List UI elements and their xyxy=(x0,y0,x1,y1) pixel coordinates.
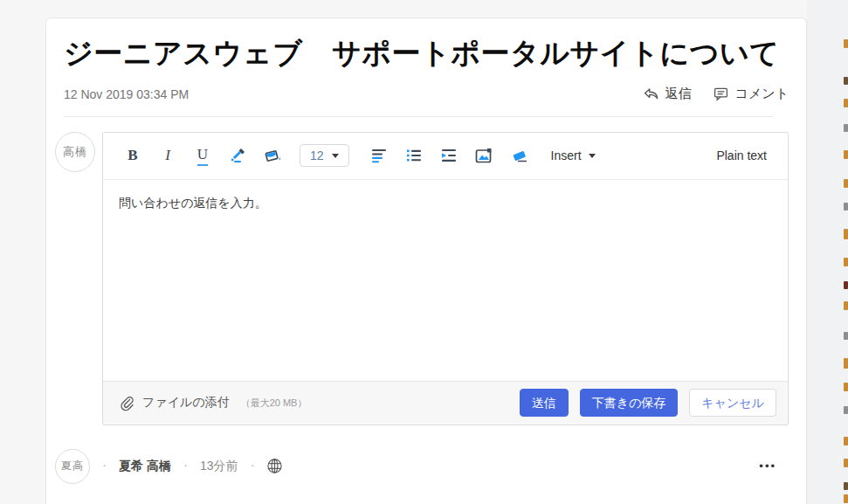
avatar: 高橋 xyxy=(55,132,95,172)
underline-button[interactable]: U xyxy=(194,142,211,169)
highlight-color-button[interactable] xyxy=(264,142,282,169)
reply-label: 返信 xyxy=(665,86,692,102)
right-sidebar-clipped xyxy=(807,0,848,504)
attach-file-button[interactable]: ファイルの添付 （最大20 MB） xyxy=(119,395,307,411)
page-title: ジーニアスウェブ サポートポータルサイトについて xyxy=(64,34,789,72)
cancel-button[interactable]: キャンセル xyxy=(689,389,776,417)
insert-image-button[interactable] xyxy=(475,142,493,169)
send-button[interactable]: 送信 xyxy=(520,389,569,417)
paperclip-icon xyxy=(119,395,134,411)
outdent-button[interactable] xyxy=(440,142,458,169)
reply-button[interactable]: 返信 xyxy=(643,86,692,102)
image-icon xyxy=(475,148,493,164)
divider xyxy=(64,116,773,117)
separator-dot: ・ xyxy=(100,459,109,473)
separator-dot: ・ xyxy=(181,459,190,473)
attach-limit: （最大20 MB） xyxy=(241,397,307,410)
save-draft-button[interactable]: 下書きの保存 xyxy=(580,389,679,417)
meta-row: 12 Nov 2019 03:34 PM 返信 xyxy=(64,84,789,105)
align-left-icon xyxy=(371,148,387,163)
reply-editor: B I U xyxy=(102,132,789,425)
font-color-button[interactable] xyxy=(229,142,246,169)
eraser-button[interactable] xyxy=(510,142,528,169)
editor-footer: ファイルの添付 （最大20 MB） 送信 下書きの保存 キャンセル xyxy=(103,381,788,425)
avatar: 夏高 xyxy=(55,449,90,484)
more-options-button[interactable]: ••• xyxy=(759,459,776,473)
bold-button[interactable]: B xyxy=(124,142,141,169)
globe-icon xyxy=(266,458,283,474)
insert-dropdown[interactable]: Insert xyxy=(551,148,596,162)
align-button[interactable] xyxy=(370,142,388,169)
page-viewport: ジーニアスウェブ サポートポータルサイトについて 12 Nov 2019 03:… xyxy=(0,0,848,504)
editor-content[interactable]: 問い合わせの返信を入力。 xyxy=(103,180,788,381)
bullet-list-button[interactable] xyxy=(405,142,423,169)
comment-bubble-icon xyxy=(713,86,729,102)
insert-label: Insert xyxy=(551,148,582,162)
chevron-down-icon xyxy=(589,154,596,158)
comment-label: コメント xyxy=(735,86,789,102)
plain-text-toggle[interactable]: Plain text xyxy=(716,148,767,162)
bullet-list-icon xyxy=(406,148,422,163)
comment-time: 13分前 xyxy=(200,459,238,474)
comment-author: 夏希 高橋 xyxy=(119,459,171,474)
ticket-card: ジーニアスウェブ サポートポータルサイトについて 12 Nov 2019 03:… xyxy=(45,17,807,504)
italic-button[interactable]: I xyxy=(159,142,176,169)
editor-toolbar: B I U xyxy=(103,133,788,180)
outdent-icon xyxy=(441,148,457,163)
ticket-actions: 返信 コメント xyxy=(643,86,789,102)
underline-label: U xyxy=(197,146,208,166)
chevron-down-icon xyxy=(332,154,339,158)
ticket-timestamp: 12 Nov 2019 03:34 PM xyxy=(64,87,189,101)
footer-buttons: 送信 下書きの保存 キャンセル xyxy=(520,389,776,417)
highlight-color-icon xyxy=(264,147,282,164)
font-color-icon xyxy=(229,147,246,164)
reply-section: 高橋 B I U xyxy=(64,132,789,425)
comment-row: 夏高 ・ 夏希 高橋 ・ 13分前 ・ ••• xyxy=(64,449,789,484)
separator-dot: ・ xyxy=(247,459,257,473)
eraser-icon xyxy=(510,147,528,164)
reply-arrow-icon xyxy=(643,86,659,102)
font-size-value: 12 xyxy=(310,148,324,162)
comment-button[interactable]: コメント xyxy=(713,86,789,102)
font-size-dropdown[interactable]: 12 xyxy=(300,144,349,167)
attach-label: ファイルの添付 xyxy=(142,395,230,411)
